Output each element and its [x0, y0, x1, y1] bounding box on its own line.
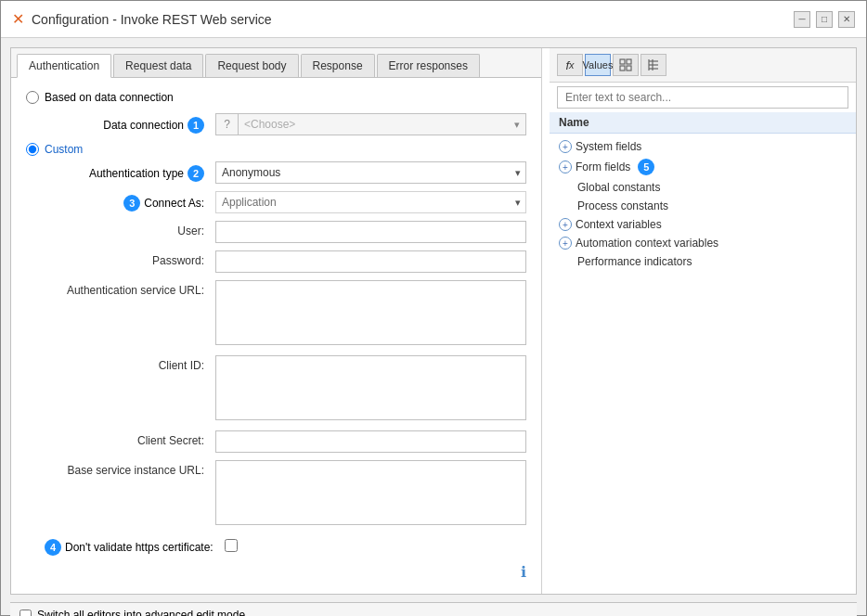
- tab-authentication[interactable]: Authentication: [17, 54, 111, 78]
- client-id-input[interactable]: [215, 355, 526, 420]
- base-service-url-input[interactable]: [215, 460, 526, 525]
- user-input[interactable]: [215, 221, 526, 243]
- performance-indicators-label: Performance indicators: [577, 255, 692, 268]
- auth-service-url-row: Authentication service URL:: [26, 280, 526, 348]
- form-fields-label: Form fields: [576, 160, 630, 173]
- connect-as-select-wrapper: Application: [215, 191, 526, 213]
- based-on-data-connection-row: Based on data connection: [26, 91, 526, 104]
- expand-form-fields-icon: +: [559, 160, 572, 173]
- password-input[interactable]: [215, 250, 526, 273]
- client-secret-input[interactable]: [215, 430, 526, 453]
- tab-request-body[interactable]: Request body: [205, 54, 298, 77]
- client-id-area: [215, 355, 526, 423]
- client-secret-label: Client Secret:: [45, 430, 212, 447]
- svg-rect-4: [627, 59, 631, 64]
- auth-service-url-input[interactable]: [215, 280, 526, 345]
- info-area: ℹ: [26, 563, 526, 581]
- based-on-data-connection-label: Based on data connection: [45, 91, 174, 104]
- dont-validate-row: 4 Don't validate https certificate:: [26, 535, 526, 556]
- right-toolbar: fx Values: [550, 48, 856, 83]
- choose-text: <Choose>: [239, 116, 509, 133]
- auth-type-select[interactable]: Anonymous: [215, 161, 526, 184]
- data-connection-choose[interactable]: ? <Choose> ▾: [215, 113, 526, 135]
- tab-error-responses[interactable]: Error responses: [377, 54, 480, 77]
- data-connection-label: Data connection: [103, 119, 184, 132]
- bottom-bar: Switch all editors into advanced edit mo…: [10, 602, 857, 616]
- list-button[interactable]: [641, 54, 666, 76]
- global-constants-label: Global constants: [577, 181, 660, 194]
- app-icon: ✕: [12, 10, 24, 28]
- title-bar-left: ✕ Configuration - Invoke REST Web servic…: [12, 10, 272, 28]
- switch-editors-label: Switch all editors into advanced edit mo…: [37, 609, 245, 616]
- tree-item-form-fields[interactable]: + Form fields 5: [550, 156, 856, 178]
- auth-service-url-area: [215, 280, 526, 348]
- tree-item-context-variables[interactable]: + Context variables: [550, 215, 856, 234]
- list-icon: [647, 58, 660, 71]
- expand-automation-vars-icon: +: [559, 237, 572, 250]
- grid-button[interactable]: [613, 54, 639, 76]
- client-secret-row: Client Secret:: [26, 430, 526, 453]
- switch-editors-row: Switch all editors into advanced edit mo…: [19, 609, 245, 616]
- tree-panel: + System fields + Form fields 5 Global c…: [550, 134, 856, 594]
- window: ✕ Configuration - Invoke REST Web servic…: [0, 0, 867, 616]
- connect-as-label-area: 3 Connect As:: [45, 191, 212, 212]
- search-input[interactable]: [557, 86, 848, 109]
- tab-request-data[interactable]: Request data: [113, 54, 203, 77]
- switch-editors-checkbox[interactable]: [19, 610, 32, 617]
- window-title: Configuration - Invoke REST Web service: [32, 12, 272, 27]
- search-area: [550, 83, 856, 112]
- custom-radio[interactable]: [26, 143, 39, 156]
- client-id-row: Client ID:: [26, 355, 526, 423]
- minimize-button[interactable]: ─: [794, 11, 810, 28]
- values-button[interactable]: Values: [585, 54, 611, 76]
- dont-validate-badge: 4: [45, 539, 61, 556]
- custom-label: Custom: [45, 143, 83, 156]
- automation-context-vars-label: Automation context variables: [576, 237, 718, 250]
- connect-as-badge: 3: [123, 195, 140, 212]
- choose-arrow-icon: ▾: [509, 117, 525, 133]
- info-icon: ℹ: [521, 563, 526, 581]
- tree-item-automation-context-vars[interactable]: + Automation context variables: [550, 234, 856, 252]
- expand-system-fields-icon: +: [559, 140, 572, 153]
- svg-rect-3: [620, 59, 625, 64]
- grid-icon: [619, 58, 632, 71]
- auth-type-label: Authentication type: [89, 167, 184, 180]
- connect-as-select[interactable]: Application: [215, 191, 526, 213]
- user-row: User:: [26, 221, 526, 243]
- close-button[interactable]: ✕: [838, 11, 855, 28]
- data-connection-row: Data connection 1 ? <Choose> ▾: [26, 113, 526, 135]
- expand-context-vars-icon: +: [559, 218, 572, 231]
- svg-rect-6: [627, 66, 631, 71]
- tree-item-system-fields[interactable]: + System fields: [550, 137, 856, 156]
- user-label: User:: [45, 221, 212, 237]
- connect-as-row: 3 Connect As: Application: [26, 191, 526, 213]
- content-area: Authentication Request data Request body…: [10, 47, 857, 595]
- base-service-url-label: Base service instance URL:: [45, 460, 212, 477]
- tree-item-process-constants[interactable]: Process constants: [550, 197, 856, 215]
- form-fields-badge: 5: [638, 159, 654, 175]
- dont-validate-label-area: 4 Don't validate https certificate:: [45, 535, 221, 556]
- auth-type-select-wrapper: Anonymous: [215, 161, 526, 184]
- tree-item-global-constants[interactable]: Global constants: [550, 178, 856, 197]
- base-service-url-area: [215, 460, 526, 528]
- dont-validate-label: Don't validate https certificate:: [65, 541, 214, 554]
- function-button[interactable]: fx: [557, 54, 583, 76]
- auth-type-label-area: Authentication type 2: [45, 161, 212, 182]
- restore-button[interactable]: □: [816, 11, 833, 28]
- custom-section-row: Custom: [26, 143, 526, 156]
- data-connection-label-area: Data connection 1: [45, 113, 212, 134]
- tabs-bar: Authentication Request data Request body…: [11, 48, 541, 78]
- left-panel: Authentication Request data Request body…: [11, 48, 542, 594]
- title-bar: ✕ Configuration - Invoke REST Web servic…: [1, 1, 866, 38]
- based-on-data-connection-radio[interactable]: [26, 91, 39, 104]
- tree-header: Name: [550, 112, 856, 134]
- tab-response[interactable]: Response: [301, 54, 375, 77]
- svg-rect-5: [620, 66, 625, 71]
- values-label: Values: [583, 59, 614, 71]
- context-variables-label: Context variables: [576, 218, 662, 231]
- dont-validate-checkbox[interactable]: [225, 539, 238, 552]
- process-constants-label: Process constants: [577, 199, 668, 212]
- system-fields-label: System fields: [576, 140, 641, 153]
- tree-item-performance-indicators[interactable]: Performance indicators: [550, 252, 856, 271]
- base-service-url-row: Base service instance URL:: [26, 460, 526, 528]
